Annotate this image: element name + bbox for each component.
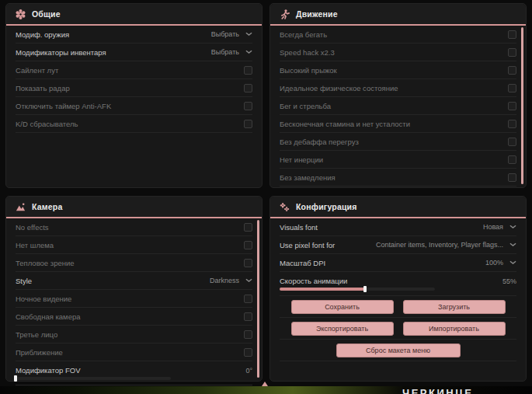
dropdown[interactable]: 100% bbox=[485, 259, 516, 267]
dropdown-value: Выбрать bbox=[211, 48, 239, 56]
dropdown[interactable]: Container items, Inventory, Player flags… bbox=[376, 241, 516, 249]
panel-header[interactable]: Движение bbox=[270, 4, 526, 26]
setting-row-checkbox[interactable]: Ночное видение bbox=[16, 290, 252, 308]
checkbox[interactable] bbox=[508, 138, 516, 146]
setting-row-dropdown: Модиф. оружияВыбрать bbox=[16, 26, 252, 44]
setting-label: Приближение bbox=[16, 348, 63, 357]
setting-row-checkbox[interactable]: Высокий прыжок bbox=[280, 61, 516, 79]
setting-label: Бесконечная стамина и нет усталости bbox=[280, 120, 410, 128]
checkbox[interactable] bbox=[508, 66, 516, 75]
chevron-down-icon bbox=[509, 225, 516, 229]
chevron-down-icon bbox=[509, 242, 516, 247]
setting-label: Показать радар bbox=[16, 84, 70, 92]
load-button[interactable]: Загрузить bbox=[403, 300, 506, 314]
panel-header[interactable]: Конфигурация bbox=[270, 197, 526, 218]
button-row: СохранитьЗагрузить bbox=[280, 296, 516, 318]
setting-label: Бег и стрельба bbox=[280, 102, 331, 110]
chevron-down-icon bbox=[245, 278, 252, 283]
setting-row-checkbox[interactable]: Без замедления bbox=[280, 169, 516, 187]
checkbox[interactable] bbox=[508, 173, 516, 182]
slider-value: 0° bbox=[245, 367, 252, 375]
checkbox[interactable] bbox=[244, 102, 252, 110]
setting-row-checkbox[interactable]: No effects bbox=[16, 218, 252, 236]
setting-label: Идеальное физическое состояние bbox=[280, 84, 398, 92]
setting-row-checkbox[interactable]: Тепловое зрение bbox=[16, 254, 252, 272]
dropdown[interactable]: Новая bbox=[483, 223, 516, 231]
setting-label: Style bbox=[16, 277, 32, 285]
checkbox[interactable] bbox=[244, 312, 252, 321]
checkbox[interactable] bbox=[244, 66, 252, 75]
setting-label: Всегда бегать bbox=[280, 30, 327, 39]
dropdown-value: Darkness bbox=[210, 277, 239, 284]
setting-label: Высокий прыжок bbox=[280, 66, 337, 75]
setting-row-checkbox[interactable]: Свободная камера bbox=[16, 308, 252, 326]
checkbox[interactable] bbox=[244, 241, 252, 249]
checkbox[interactable] bbox=[508, 102, 516, 110]
checkbox[interactable] bbox=[244, 330, 252, 339]
setting-row-checkbox[interactable]: K/D сбрасыватель bbox=[16, 115, 252, 133]
import-button[interactable]: Импортировать bbox=[403, 322, 506, 336]
setting-label: K/D сбрасыватель bbox=[16, 120, 78, 128]
checkbox[interactable] bbox=[508, 48, 516, 57]
setting-label: Нет инерции bbox=[280, 155, 323, 164]
scrollbar[interactable] bbox=[521, 27, 523, 184]
setting-row-checkbox[interactable]: Показать радар bbox=[16, 79, 252, 97]
panel-title: Конфигурация bbox=[296, 202, 357, 211]
setting-label: Visuals font bbox=[280, 223, 318, 232]
setting-row-checkbox[interactable]: Speed hack x2.3 bbox=[280, 44, 516, 61]
checkbox[interactable] bbox=[508, 84, 516, 92]
dropdown[interactable]: Выбрать bbox=[211, 30, 252, 38]
setting-row-dropdown: Модификаторы инвентаряВыбрать bbox=[16, 44, 252, 61]
dropdown[interactable]: Darkness bbox=[210, 277, 252, 284]
setting-row-checkbox[interactable]: Бесконечная стамина и нет усталости bbox=[280, 115, 516, 133]
setting-label: Speed hack x2.3 bbox=[280, 48, 335, 57]
panel-general: Общие Модиф. оружияВыбратьМодификаторы и… bbox=[5, 3, 263, 188]
setting-label: Масштаб DPI bbox=[280, 259, 325, 267]
checkbox[interactable] bbox=[508, 120, 516, 128]
setting-label: Модификаторы инвентаря bbox=[16, 48, 106, 57]
panel-header[interactable]: Общие bbox=[6, 4, 262, 26]
dropdown-value: Новая bbox=[483, 223, 503, 231]
checkbox[interactable] bbox=[244, 84, 252, 92]
dropdown-value: 100% bbox=[485, 259, 503, 267]
runner-icon bbox=[280, 9, 290, 19]
setting-row-dropdown: StyleDarkness bbox=[16, 272, 252, 290]
dropdown[interactable]: Выбрать bbox=[211, 48, 252, 56]
setting-label: Сайлент лут bbox=[16, 66, 58, 75]
checkbox[interactable] bbox=[508, 155, 516, 164]
dropdown-value: Container items, Inventory, Player flags… bbox=[376, 241, 503, 249]
setting-label: Отключить таймер Anti-AFK bbox=[16, 102, 111, 110]
setting-row-checkbox[interactable]: Приближение bbox=[16, 343, 252, 361]
setting-row-checkbox[interactable]: Нет инерции bbox=[280, 151, 516, 169]
scrollbar[interactable] bbox=[257, 220, 259, 378]
setting-label: No effects bbox=[16, 223, 49, 232]
checkbox[interactable] bbox=[244, 120, 252, 128]
setting-row-checkbox[interactable]: Без дебаффа перегруз bbox=[280, 133, 516, 151]
button-row: Сброс макета меню bbox=[280, 340, 516, 361]
setting-row-checkbox[interactable]: Бег и стрельба bbox=[280, 97, 516, 115]
settings-list: Visuals fontНоваяUse pixel font forConta… bbox=[270, 218, 526, 361]
setting-label: Тепловое зрение bbox=[16, 259, 75, 267]
setting-row-checkbox[interactable]: Идеальное физическое состояние bbox=[280, 79, 516, 97]
checkbox[interactable] bbox=[508, 30, 516, 39]
setting-label: Модиф. оружия bbox=[16, 30, 69, 39]
panel-camera: Камера No effectsНет шлемаТепловое зрени… bbox=[5, 196, 263, 382]
slider[interactable] bbox=[280, 288, 435, 291]
panel-header[interactable]: Камера bbox=[6, 197, 262, 218]
setting-row-checkbox[interactable]: Нет шлема bbox=[16, 236, 252, 254]
checkbox[interactable] bbox=[244, 259, 252, 267]
setting-row-checkbox[interactable]: Третье лицо bbox=[16, 326, 252, 343]
setting-row-checkbox[interactable]: Сайлент лут bbox=[16, 61, 252, 79]
checkbox[interactable] bbox=[244, 223, 252, 232]
setting-row-checkbox[interactable]: Отключить таймер Anti-AFK bbox=[16, 97, 252, 115]
checkbox[interactable] bbox=[244, 295, 252, 303]
chevron-down-icon bbox=[245, 32, 252, 37]
slider[interactable] bbox=[16, 377, 171, 380]
setting-label: Ночное видение bbox=[16, 295, 71, 303]
export-button[interactable]: Экспортировать bbox=[291, 322, 394, 336]
expand-up-arrow-icon[interactable] bbox=[262, 382, 268, 386]
setting-row-checkbox[interactable]: Всегда бегать bbox=[280, 26, 516, 44]
reset-menu-layout-button[interactable]: Сброс макета меню bbox=[336, 343, 461, 357]
save-button[interactable]: Сохранить bbox=[291, 300, 394, 314]
checkbox[interactable] bbox=[244, 348, 252, 357]
